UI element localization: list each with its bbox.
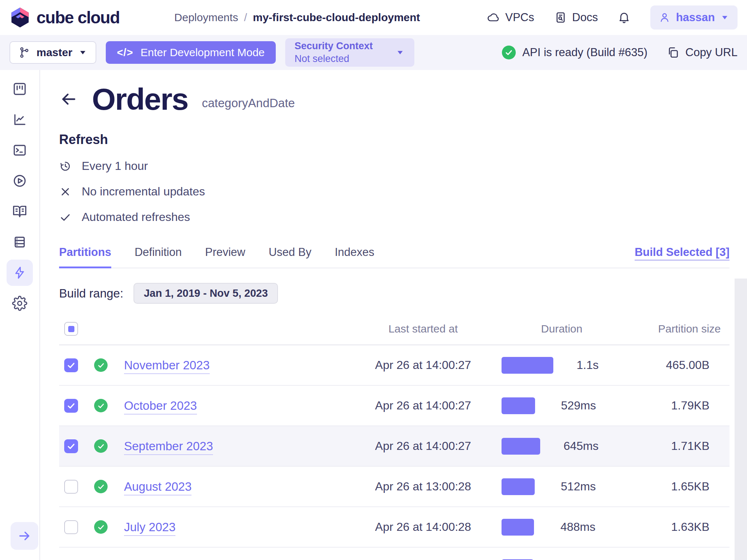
left-sidebar bbox=[0, 70, 40, 560]
table-row: September 2023 Apr 26 at 14:00:27 645ms … bbox=[59, 425, 729, 466]
sidebar-item-monitoring[interactable] bbox=[7, 106, 33, 133]
page-subtitle: categoryAndDate bbox=[202, 96, 295, 110]
indeterminate-mark bbox=[68, 326, 74, 332]
breadcrumb-deployments[interactable]: Deployments bbox=[174, 11, 238, 24]
last-started-at: Apr 26 at 14:00:28 bbox=[345, 520, 502, 534]
security-context-title: Security Context bbox=[295, 40, 373, 52]
partition-link[interactable]: October 2023 bbox=[124, 399, 197, 415]
partition-link[interactable]: July 2023 bbox=[124, 520, 175, 536]
cube-logo-icon bbox=[9, 7, 31, 28]
api-ready-check-icon bbox=[502, 46, 516, 59]
docs-link[interactable]: Docs bbox=[554, 11, 598, 24]
tab-definition[interactable]: Definition bbox=[135, 246, 182, 268]
brand-logo[interactable]: cube cloud bbox=[9, 7, 120, 28]
sidebar-item-queries[interactable] bbox=[7, 168, 33, 194]
last-started-at: Apr 26 at 14:00:27 bbox=[345, 439, 502, 453]
sidebar-item-overview[interactable] bbox=[7, 76, 33, 102]
row-checkbox[interactable] bbox=[64, 520, 78, 534]
check-icon bbox=[66, 361, 76, 370]
duration-value: 529ms bbox=[535, 399, 622, 412]
duration-bar bbox=[502, 519, 534, 536]
bell-icon[interactable] bbox=[618, 11, 631, 24]
play-circle-icon bbox=[12, 173, 27, 188]
sidebar-item-pre-aggregations[interactable] bbox=[7, 260, 33, 286]
chart-icon bbox=[12, 112, 27, 127]
incremental-updates-item: No incremental updates bbox=[59, 185, 729, 198]
back-arrow-icon[interactable] bbox=[59, 90, 78, 109]
row-checkbox[interactable] bbox=[64, 439, 78, 453]
table-row: October 2023 Apr 26 at 14:00:27 529ms 1.… bbox=[59, 385, 729, 425]
last-started-at: Apr 26 at 14:00:27 bbox=[345, 399, 502, 412]
page-title: Orders bbox=[92, 84, 188, 114]
tab-indexes[interactable]: Indexes bbox=[335, 246, 375, 268]
col-duration: Duration bbox=[502, 323, 622, 335]
tab-preview[interactable]: Preview bbox=[205, 246, 245, 268]
security-context-dropdown[interactable]: Security Context Not selected bbox=[285, 38, 415, 67]
build-selected-link[interactable]: Build Selected [3] bbox=[635, 246, 729, 268]
duration-bar bbox=[502, 357, 553, 374]
table-scrollbar[interactable] bbox=[735, 279, 747, 560]
tab-used-by[interactable]: Used By bbox=[268, 246, 311, 268]
git-branch-icon bbox=[18, 46, 31, 59]
sidebar-expand-button[interactable] bbox=[11, 522, 38, 550]
branch-selector[interactable]: master bbox=[9, 41, 96, 64]
vpcs-link[interactable]: VPCs bbox=[487, 11, 534, 24]
user-menu[interactable]: hassan bbox=[650, 5, 738, 30]
partition-link[interactable]: August 2023 bbox=[124, 480, 191, 495]
row-checkbox[interactable] bbox=[64, 480, 78, 494]
status-success-icon bbox=[94, 358, 108, 372]
copy-icon bbox=[666, 46, 680, 59]
build-range-label: Build range: bbox=[59, 287, 123, 300]
partitions-table: Last started at Duration Partition size … bbox=[59, 313, 729, 560]
refresh-heading: Refresh bbox=[59, 132, 729, 147]
vpcs-label: VPCs bbox=[505, 11, 534, 24]
check-icon bbox=[97, 402, 105, 410]
tab-partitions[interactable]: Partitions bbox=[59, 246, 111, 268]
select-all-checkbox[interactable] bbox=[64, 322, 78, 336]
gear-icon bbox=[12, 296, 27, 311]
tab-bar: Partitions Definition Preview Used By In… bbox=[59, 246, 729, 268]
docs-label: Docs bbox=[572, 11, 598, 24]
sidebar-item-settings[interactable] bbox=[7, 290, 33, 316]
automated-refreshes-item: Automated refreshes bbox=[59, 210, 729, 224]
sidebar-item-cache[interactable] bbox=[7, 229, 33, 255]
partition-size: 1.63KB bbox=[622, 520, 729, 534]
breadcrumb-current-deployment: my-first-cube-cloud-deployment bbox=[253, 11, 420, 24]
check-icon bbox=[97, 361, 105, 369]
col-partition-size: Partition size bbox=[622, 323, 729, 335]
partition-link[interactable]: September 2023 bbox=[124, 439, 213, 455]
book-open-icon bbox=[12, 204, 27, 219]
code-icon: </> bbox=[117, 47, 133, 59]
partition-size: 1.79KB bbox=[622, 399, 729, 412]
check-icon bbox=[97, 483, 105, 491]
branch-name: master bbox=[36, 46, 72, 59]
refresh-schedule-item: Every 1 hour bbox=[59, 159, 729, 173]
enter-development-mode-button[interactable]: </> Enter Development Mode bbox=[106, 41, 275, 64]
api-status-text: API is ready (Build #635) bbox=[522, 46, 647, 59]
deployment-toolbar: master </> Enter Development Mode Securi… bbox=[0, 35, 747, 70]
sidebar-item-playground[interactable] bbox=[7, 137, 33, 163]
status-success-icon bbox=[94, 399, 108, 412]
table-header-row: Last started at Duration Partition size bbox=[59, 313, 729, 345]
status-success-icon bbox=[94, 520, 108, 534]
breadcrumb: Deployments / my-first-cube-cloud-deploy… bbox=[174, 11, 420, 24]
check-icon bbox=[97, 523, 105, 531]
sidebar-item-data-model[interactable] bbox=[7, 198, 33, 225]
chevron-down-icon bbox=[78, 48, 88, 57]
incremental-updates-label: No incremental updates bbox=[82, 185, 205, 198]
duration-bar bbox=[502, 438, 540, 455]
server-icon bbox=[12, 234, 27, 250]
security-context-value: Not selected bbox=[295, 52, 373, 65]
dev-mode-label: Enter Development Mode bbox=[140, 46, 264, 59]
arrow-right-icon bbox=[17, 529, 32, 543]
row-checkbox[interactable] bbox=[64, 358, 78, 372]
last-started-at: Apr 26 at 14:00:27 bbox=[345, 358, 502, 372]
build-range-badge[interactable]: Jan 1, 2019 - Nov 5, 2023 bbox=[133, 283, 278, 304]
col-last-started-at: Last started at bbox=[345, 323, 502, 335]
duration-value: 645ms bbox=[540, 439, 622, 453]
copy-url-button[interactable]: Copy URL bbox=[666, 46, 738, 59]
partition-size: 1.71KB bbox=[622, 439, 729, 453]
row-checkbox[interactable] bbox=[64, 399, 78, 413]
check-icon bbox=[66, 442, 76, 451]
partition-link[interactable]: November 2023 bbox=[124, 358, 210, 374]
